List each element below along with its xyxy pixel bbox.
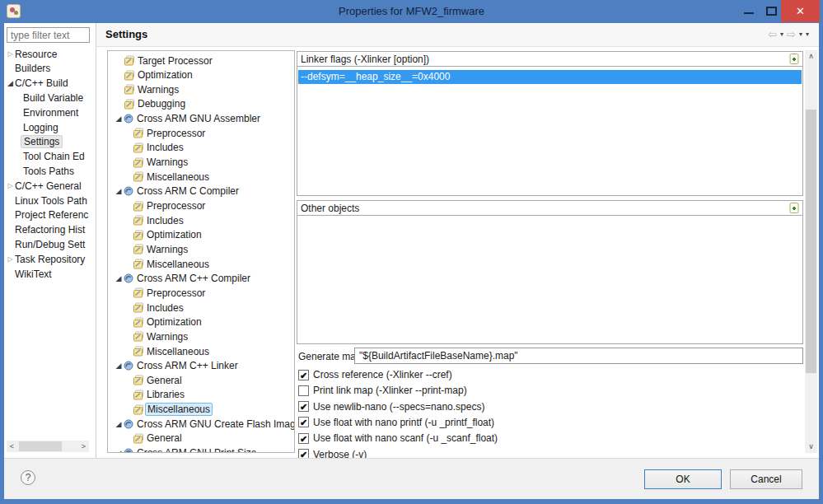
- collapsed-arrow-icon[interactable]: ▷: [6, 255, 15, 263]
- sidebar-item-builders[interactable]: Builders: [4, 62, 96, 76]
- sidebar-item-environment[interactable]: Environment: [4, 105, 96, 119]
- tool-tree-item-cross-arm-gnu-print-size[interactable]: ◢Cross ARM GNU Print Size: [108, 446, 294, 453]
- tool-tree-item-cross-arm-c-compiler[interactable]: ◢Cross ARM C Compiler: [108, 184, 294, 198]
- tool-tree-item-label: Cross ARM GNU Print Size: [135, 447, 258, 453]
- scrollbar-thumb[interactable]: [19, 441, 62, 451]
- tool-tree-item-warnings[interactable]: Warnings: [108, 242, 294, 256]
- tool-tree-item-preprocessor[interactable]: Preprocessor: [108, 199, 294, 213]
- sidebar-item-build-variable[interactable]: Build Variable: [4, 91, 96, 105]
- scrollbar-thumb[interactable]: [806, 110, 816, 373]
- linker-flag-row[interactable]: --defsym=__heap_size__=0x4000: [298, 70, 802, 84]
- back-icon[interactable]: ⇦: [768, 29, 777, 40]
- tool-tree-item-warnings[interactable]: Warnings: [108, 82, 294, 96]
- tool-tree-item-miscellaneous[interactable]: Miscellaneous: [108, 403, 294, 417]
- sidebar-item-c-c-general[interactable]: ▷C/C++ General: [4, 179, 96, 193]
- sidebar-item-linux-tools-path[interactable]: Linux Tools Path: [4, 194, 96, 208]
- tool-tree-item-optimization[interactable]: Optimization: [108, 315, 294, 329]
- tool-tree-item-warnings[interactable]: Warnings: [108, 329, 294, 343]
- checked-checkbox-icon[interactable]: ✔: [298, 417, 309, 427]
- tool-tree-item-includes[interactable]: Includes: [108, 141, 294, 155]
- expanded-arrow-icon[interactable]: ◢: [114, 449, 124, 453]
- tool-tree-item-includes[interactable]: Includes: [108, 213, 294, 227]
- tool-tree-item-cross-arm-gnu-create-flash-image[interactable]: ◢Cross ARM GNU Create Flash Image: [108, 417, 294, 431]
- tool-tree-item-label: Miscellaneous: [145, 259, 211, 270]
- scroll-right-icon[interactable]: >: [78, 441, 89, 452]
- ok-button[interactable]: OK: [644, 469, 722, 489]
- generate-map-label: Generate map: [298, 351, 362, 362]
- checkbox-print-link-map-xlinker-print-map[interactable]: Print link map (-Xlinker --print-map): [298, 383, 467, 398]
- sidebar-item-task-repository[interactable]: ▷Task Repository: [4, 252, 96, 266]
- unchecked-checkbox-icon[interactable]: [298, 385, 309, 396]
- tool-tree-item-cross-arm-c-linker[interactable]: ◢Cross ARM C++ Linker: [108, 359, 294, 373]
- add-flag-icon[interactable]: [789, 54, 800, 64]
- checked-checkbox-icon[interactable]: ✔: [298, 370, 309, 380]
- sidebar-item-refactoring-hist[interactable]: Refactoring Hist: [4, 223, 96, 237]
- tool-tree-item-preprocessor[interactable]: Preprocessor: [108, 126, 294, 140]
- tool-tree-item-cross-arm-c-compiler[interactable]: ◢Cross ARM C++ Compiler: [108, 272, 294, 286]
- scroll-down-icon[interactable]: ∨: [805, 441, 817, 453]
- sidebar-item-project-referenc[interactable]: Project Referenc: [4, 208, 96, 222]
- checked-checkbox-icon[interactable]: ✔: [298, 433, 309, 444]
- add-object-icon[interactable]: [789, 203, 800, 213]
- sidebar-item-run-debug-sett[interactable]: Run/Debug Sett: [4, 237, 96, 251]
- expanded-arrow-icon[interactable]: ◢: [114, 420, 124, 428]
- titlebar[interactable]: Properties for MFW2_firmware ✕: [0, 0, 823, 23]
- tool-tree-item-general[interactable]: General: [108, 373, 294, 387]
- scroll-left-icon[interactable]: <: [7, 441, 17, 452]
- forward-dropdown-icon[interactable]: ▾: [799, 29, 802, 40]
- collapsed-arrow-icon[interactable]: ▷: [6, 182, 15, 189]
- tool-tree-item-cross-arm-gnu-assembler[interactable]: ◢Cross ARM GNU Assembler: [108, 112, 294, 126]
- tool-tree-item-optimization[interactable]: Optimization: [108, 228, 294, 242]
- expanded-arrow-icon[interactable]: ◢: [114, 187, 124, 195]
- tool-tree-item-preprocessor[interactable]: Preprocessor: [108, 286, 294, 300]
- minimize-button[interactable]: [738, 0, 760, 22]
- linker-flags-header: Linker flags (-Xlinker [option]): [297, 52, 802, 67]
- sidebar-item-wikitext[interactable]: WikiText: [4, 267, 96, 281]
- collapsed-arrow-icon[interactable]: ▷: [6, 50, 15, 58]
- sidebar-item-logging[interactable]: Logging: [4, 120, 96, 134]
- back-dropdown-icon[interactable]: ▾: [780, 29, 783, 40]
- sidebar-item-settings[interactable]: Settings: [4, 135, 96, 149]
- help-button[interactable]: ?: [21, 470, 35, 485]
- expanded-arrow-icon[interactable]: ◢: [6, 79, 15, 87]
- sidebar-item-c-c-build[interactable]: ◢C/C++ Build: [4, 77, 96, 91]
- tool-tree-item-libraries[interactable]: Libraries: [108, 388, 294, 402]
- checked-checkbox-icon[interactable]: ✔: [298, 449, 309, 458]
- expanded-arrow-icon[interactable]: ◢: [114, 362, 124, 370]
- checkbox-cross-reference-xlinker-cref[interactable]: ✔Cross reference (-Xlinker --cref): [298, 367, 452, 382]
- tool-tree-item-target-processor[interactable]: Target Processor: [108, 54, 294, 68]
- checkbox-use-newlib-nano-specs-nano-specs[interactable]: ✔Use newlib-nano (--specs=nano.specs): [298, 399, 484, 414]
- right-vertical-scrollbar[interactable]: ∧ ∨: [805, 50, 817, 453]
- checkbox-use-float-with-nano-printf-u-printf-float[interactable]: ✔Use float with nano printf (-u _printf_…: [298, 415, 494, 430]
- sidebar-horizontal-scrollbar[interactable]: < >: [7, 441, 89, 452]
- scroll-up-icon[interactable]: ∧: [805, 50, 817, 63]
- tool-tree-item-optimization[interactable]: Optimization: [108, 68, 294, 82]
- tool-tree-item-miscellaneous[interactable]: Miscellaneous: [108, 257, 294, 271]
- tool-tree-item-general[interactable]: General: [108, 432, 294, 446]
- sidebar-item-tools-paths[interactable]: Tools Paths: [4, 164, 96, 178]
- sidebar-item-label: Linux Tools Path: [15, 195, 87, 207]
- expanded-arrow-icon[interactable]: ◢: [114, 114, 124, 123]
- tool-tree-item-miscellaneous[interactable]: Miscellaneous: [108, 170, 294, 184]
- expanded-arrow-icon[interactable]: ◢: [114, 274, 124, 282]
- tool-tree-item-label: Includes: [145, 302, 185, 314]
- view-menu-icon[interactable]: ▾: [806, 29, 809, 40]
- tool-settings-tree[interactable]: Target ProcessorOptimizationWarningsDebu…: [107, 50, 295, 453]
- checkbox-use-float-with-nano-scanf-u-scanf-float[interactable]: ✔Use float with nano scanf (-u _scanf_fl…: [298, 431, 498, 446]
- tool-tree-item-debugging[interactable]: Debugging: [108, 97, 294, 111]
- tool-tree-item-includes[interactable]: Includes: [108, 301, 294, 315]
- close-button[interactable]: ✕: [781, 0, 820, 22]
- tool-tree-item-label: Target Processor: [136, 55, 214, 67]
- sidebar-item-resource[interactable]: ▷Resource: [4, 47, 96, 61]
- sidebar-item-tool-chain-ed[interactable]: Tool Chain Ed: [4, 150, 96, 164]
- tool-tree-item-miscellaneous[interactable]: Miscellaneous: [108, 344, 294, 358]
- generate-map-input[interactable]: [354, 348, 803, 364]
- checked-checkbox-icon[interactable]: ✔: [298, 401, 309, 412]
- cancel-button[interactable]: Cancel: [730, 469, 802, 489]
- checkbox-verbose-v[interactable]: ✔Verbose (-v): [298, 447, 367, 459]
- tool-tree-item-warnings[interactable]: Warnings: [108, 156, 294, 170]
- forward-icon[interactable]: ⇨: [787, 29, 796, 40]
- filter-input[interactable]: [7, 27, 90, 43]
- dialog-button-bar: ? OK Cancel: [4, 458, 819, 499]
- maximize-button[interactable]: [760, 0, 783, 22]
